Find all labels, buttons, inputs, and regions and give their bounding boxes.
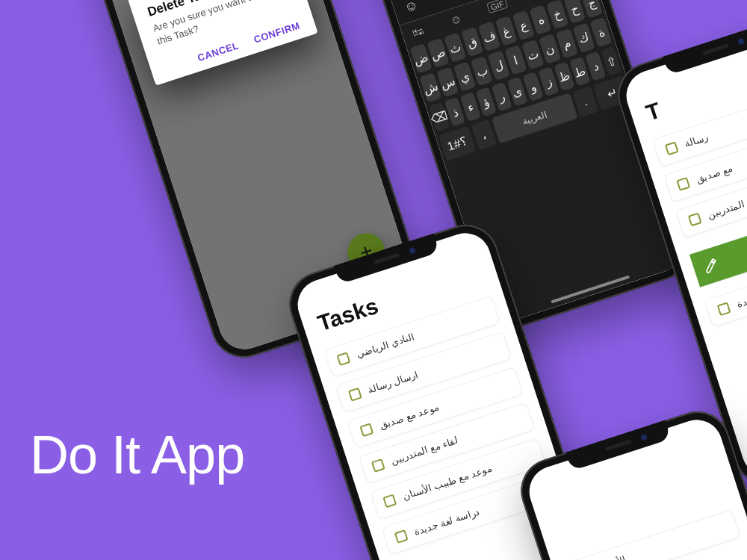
tab-icon[interactable]: ⭾ <box>411 23 426 39</box>
task-label: النادي الرياضي <box>355 331 415 360</box>
task-label: ارسال رسالة <box>367 369 420 396</box>
checkbox-icon <box>371 458 385 473</box>
task-label: دراسة لغة جديدة <box>412 505 480 537</box>
checkbox-icon <box>359 423 374 437</box>
cancel-button[interactable]: CANCEL <box>196 40 241 63</box>
checkbox-icon <box>717 302 731 316</box>
page-title: T <box>643 98 664 126</box>
checkbox-icon <box>665 141 679 155</box>
checkbox-icon <box>382 494 397 508</box>
task-label: موعد مع صديق <box>378 401 441 431</box>
checkbox-icon <box>336 352 350 366</box>
sticker-icon[interactable]: ☺ <box>448 11 463 27</box>
task-label: الأسنان <box>595 554 627 560</box>
key-numeric[interactable]: 1#؟ <box>438 126 477 161</box>
task-row[interactable]: الأسنان <box>564 509 741 560</box>
task-list: النادي الرياضيارسال رسالةموعد مع صديقلقا… <box>323 296 558 556</box>
emoji-icon[interactable]: ☺ <box>402 0 420 16</box>
task-label: مع صديق <box>695 163 734 185</box>
gif-icon[interactable]: GIF <box>486 0 508 13</box>
task-label: دراسة لغة جديدة <box>735 279 747 310</box>
hero-title: Do It App <box>30 424 244 485</box>
checkbox-icon <box>394 529 409 544</box>
pencil-icon <box>701 256 720 275</box>
checkbox-icon <box>676 177 690 191</box>
task-label: لقاء مع المتدربين <box>390 435 459 467</box>
task-label: مع المتدربين <box>706 194 747 220</box>
page-title: Tasks <box>314 293 381 337</box>
checkbox-icon <box>348 388 362 402</box>
checkbox-icon <box>688 213 702 227</box>
task-label: رسالة <box>684 131 710 149</box>
